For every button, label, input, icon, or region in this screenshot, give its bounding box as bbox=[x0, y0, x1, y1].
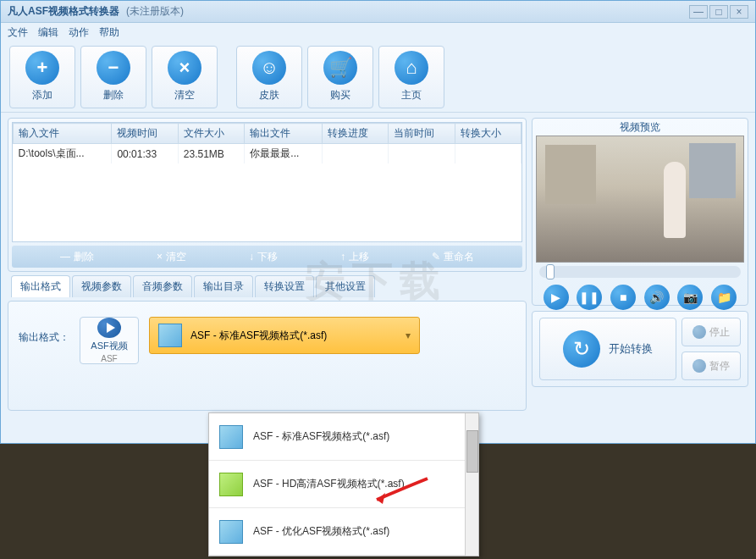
tab-audio-params[interactable]: 音频参数 bbox=[133, 275, 192, 297]
tab-video-params[interactable]: 视频参数 bbox=[72, 275, 131, 297]
file-list-panel: 输入文件 视频时间 文件大小 输出文件 转换进度 当前时间 转换大小 D:\to… bbox=[8, 118, 527, 272]
media-controls: ▶ ❚❚ ■ 🔊 📷 📁 bbox=[533, 281, 748, 313]
delete-button[interactable]: − 删除 bbox=[80, 46, 146, 108]
clear-button[interactable]: × 清空 bbox=[152, 46, 218, 108]
footer-rename[interactable]: ✎ 重命名 bbox=[432, 250, 474, 264]
toolbar: + 添加 − 删除 × 清空 ☺ 皮肤 🛒 购买 ⌂ 主页 bbox=[1, 42, 755, 113]
buy-button[interactable]: 🛒 购买 bbox=[307, 46, 373, 108]
format-option-hd[interactable]: ASF - HD高清ASF视频格式(*.asf) bbox=[209, 461, 478, 508]
col-duration[interactable]: 视频时间 bbox=[112, 124, 178, 144]
titlebar: 凡人ASF视频格式转换器 (未注册版本) — □ × bbox=[1, 1, 755, 23]
play-icon bbox=[97, 318, 121, 338]
pause-convert-button[interactable]: 暂停 bbox=[682, 351, 741, 380]
convert-icon: ↻ bbox=[563, 330, 600, 368]
cube-icon bbox=[219, 425, 243, 449]
settings-tabs: 输出格式 视频参数 音频参数 输出目录 转换设置 其他设置 bbox=[8, 275, 527, 297]
preview-panel: 视频预览 ▶ ❚❚ ■ 🔊 📷 📁 bbox=[532, 118, 748, 306]
skin-button[interactable]: ☺ 皮肤 bbox=[236, 46, 302, 108]
asf-format-icon[interactable]: ASF视频 ASF bbox=[80, 317, 139, 364]
col-size[interactable]: 文件大小 bbox=[178, 124, 244, 144]
home-icon: ⌂ bbox=[395, 51, 428, 85]
format-dropdown-popup: ASF - 标准ASF视频格式(*.asf) ASF - HD高清ASF视频格式… bbox=[208, 412, 479, 556]
menu-help[interactable]: 帮助 bbox=[99, 25, 119, 40]
stop-button[interactable]: 停止 bbox=[682, 318, 741, 346]
x-icon: × bbox=[168, 51, 201, 85]
footer-delete[interactable]: — 删除 bbox=[60, 250, 94, 264]
menubar: 文件 编辑 动作 帮助 bbox=[1, 23, 755, 42]
smile-icon: ☺ bbox=[252, 51, 286, 85]
maximize-button[interactable]: □ bbox=[709, 5, 728, 19]
stop-media-button[interactable]: ■ bbox=[610, 285, 636, 310]
menu-edit[interactable]: 编辑 bbox=[38, 25, 58, 40]
format-dropdown[interactable]: ASF - 标准ASF视频格式(*.asf) ▾ bbox=[149, 317, 420, 354]
play-button[interactable]: ▶ bbox=[544, 285, 569, 310]
popup-scrollbar[interactable] bbox=[465, 413, 478, 556]
file-table: 输入文件 视频时间 文件大小 输出文件 转换进度 当前时间 转换大小 D:\to… bbox=[13, 123, 521, 163]
volume-button[interactable]: 🔊 bbox=[644, 285, 670, 310]
plus-icon: + bbox=[25, 51, 59, 85]
footer-clear[interactable]: × 清空 bbox=[157, 250, 186, 264]
output-format-panel: 输出格式： ASF视频 ASF ASF - 标准ASF视频格式(*.asf) ▾ bbox=[8, 301, 527, 411]
table-footer: — 删除 × 清空 ↓ 下移 ↑ 上移 ✎ 重命名 bbox=[12, 246, 522, 268]
preview-title: 视频预览 bbox=[533, 119, 748, 136]
action-panel: ↻ 开始转换 停止 暂停 bbox=[532, 311, 748, 387]
folder-button[interactable]: 📁 bbox=[711, 285, 737, 310]
col-outsize[interactable]: 转换大小 bbox=[455, 124, 521, 144]
col-input[interactable]: 输入文件 bbox=[14, 124, 112, 144]
app-title: 凡人ASF视频格式转换器 bbox=[8, 4, 119, 19]
footer-movedown[interactable]: ↓ 下移 bbox=[249, 250, 278, 264]
chevron-down-icon: ▾ bbox=[406, 329, 411, 341]
tab-output-format[interactable]: 输出格式 bbox=[11, 275, 70, 297]
start-convert-button[interactable]: ↻ 开始转换 bbox=[539, 318, 676, 380]
menu-action[interactable]: 动作 bbox=[69, 25, 89, 40]
pause-button[interactable]: ❚❚ bbox=[577, 285, 602, 310]
app-window: 凡人ASF视频格式转换器 (未注册版本) — □ × 文件 编辑 动作 帮助 +… bbox=[0, 0, 756, 444]
tab-other-settings[interactable]: 其他设置 bbox=[316, 275, 375, 297]
seek-slider[interactable] bbox=[539, 266, 741, 278]
stop-icon bbox=[693, 325, 706, 339]
footer-moveup[interactable]: ↑ 上移 bbox=[340, 250, 369, 264]
minus-icon: − bbox=[97, 51, 130, 85]
home-button[interactable]: ⌂ 主页 bbox=[378, 46, 444, 108]
cart-icon: 🛒 bbox=[323, 51, 357, 85]
app-subtitle: (未注册版本) bbox=[126, 4, 184, 19]
cube-icon bbox=[158, 324, 182, 347]
add-button[interactable]: + 添加 bbox=[9, 46, 75, 108]
cube-icon bbox=[219, 520, 243, 544]
video-preview bbox=[536, 136, 744, 263]
slider-thumb[interactable] bbox=[546, 264, 555, 280]
menu-file[interactable]: 文件 bbox=[8, 25, 28, 40]
col-progress[interactable]: 转换进度 bbox=[322, 124, 388, 144]
tab-output-dir[interactable]: 输出目录 bbox=[194, 275, 253, 297]
output-format-label: 输出格式： bbox=[19, 317, 69, 345]
col-curtime[interactable]: 当前时间 bbox=[389, 124, 455, 144]
close-button[interactable]: × bbox=[730, 5, 748, 19]
snapshot-button[interactable]: 📷 bbox=[677, 285, 703, 310]
table-row[interactable]: D:\tools\桌面... 00:01:33 23.51MB 你最最最... bbox=[14, 144, 521, 164]
cube-icon bbox=[219, 473, 243, 496]
dropdown-selected: ASF - 标准ASF视频格式(*.asf) bbox=[190, 329, 327, 343]
minimize-button[interactable]: — bbox=[689, 5, 708, 19]
tab-convert-settings[interactable]: 转换设置 bbox=[255, 275, 314, 297]
col-output[interactable]: 输出文件 bbox=[245, 124, 322, 144]
format-option-standard[interactable]: ASF - 标准ASF视频格式(*.asf) bbox=[209, 413, 478, 461]
pause-icon bbox=[693, 359, 706, 373]
format-option-optimized[interactable]: ASF - 优化ASF视频格式(*.asf) bbox=[209, 508, 478, 556]
scrollbar-thumb[interactable] bbox=[466, 430, 478, 473]
